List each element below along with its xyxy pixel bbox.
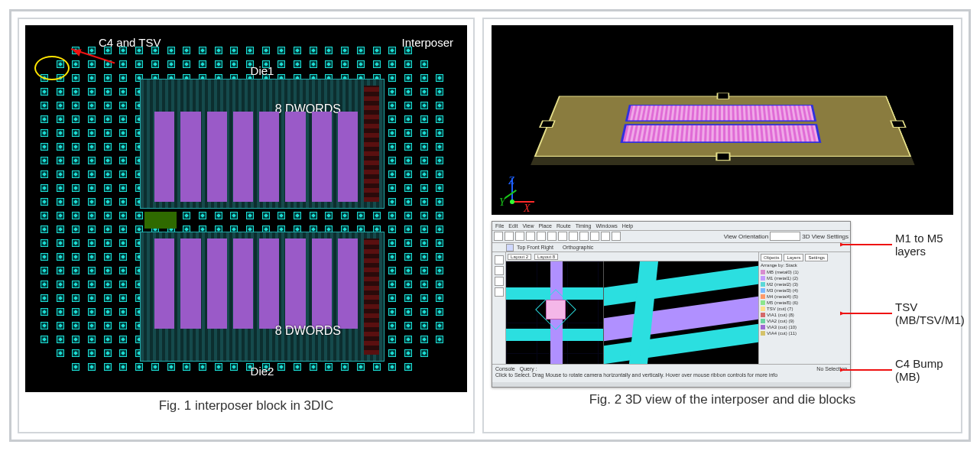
tool-button[interactable]: [495, 287, 504, 297]
toolbar-button[interactable]: [494, 232, 503, 241]
layer-row[interactable]: M2 (metal2) (3): [761, 281, 849, 287]
perspective-toggle[interactable]: [770, 232, 800, 241]
layer-row[interactable]: M1 (metal1) (2): [761, 275, 849, 281]
layer-row[interactable]: VIA2 (cut) (9): [761, 318, 849, 324]
side-tab-objects[interactable]: Objects: [761, 254, 782, 261]
die-gap-block: [144, 212, 177, 229]
layer-name: M5 (metal5) (6): [767, 300, 798, 305]
menu-item[interactable]: Edit: [508, 223, 518, 229]
annotation-tsv-text: TSV (MB/TSV/M1): [895, 300, 965, 326]
figure-container: C4 and TSV Interposer Die1 8 DWORDS 8 DW…: [9, 9, 971, 442]
cube-preset-icon[interactable]: [506, 244, 514, 251]
layer-row[interactable]: MB (metal0) (1): [761, 269, 849, 275]
layer-name: M3 (metal3) (4): [767, 288, 798, 293]
die2-label: Die2: [251, 365, 274, 378]
tool-button[interactable]: [495, 255, 504, 264]
layer-row[interactable]: M4 (metal4) (5): [761, 294, 849, 300]
toolbar-button[interactable]: [569, 232, 578, 241]
toolbar-button[interactable]: [579, 232, 589, 241]
layer-swatch: [761, 300, 765, 305]
figure-2-panel: Z Y X FileEditViewPlaceRouteTimingWindow…: [482, 18, 962, 433]
layer-row[interactable]: M3 (metal3) (4): [761, 287, 849, 294]
toolbar-button[interactable]: [515, 232, 524, 241]
toolbar-button[interactable]: [526, 232, 535, 241]
app-menubar[interactable]: FileEditViewPlaceRouteTimingWindowsHelp: [492, 222, 850, 231]
status-hint: Click to Select. Drag Mouse to rotate ca…: [495, 372, 777, 378]
menu-item[interactable]: File: [495, 223, 504, 229]
menu-item[interactable]: View: [522, 223, 534, 229]
menu-item[interactable]: Route: [557, 223, 571, 229]
layer-swatch: [761, 325, 765, 329]
layer-swatch: [761, 331, 765, 336]
axis-x-label: X: [524, 203, 531, 215]
die1-label: Die1: [251, 64, 274, 77]
arrange-by-label: Arrange by: Stack: [761, 263, 849, 268]
die2-dwords-label: 8 DWORDS: [275, 324, 341, 338]
menu-item[interactable]: Windows: [595, 223, 617, 229]
menu-item[interactable]: Place: [538, 223, 552, 229]
view-orientation-label: View Orientation: [724, 233, 769, 240]
layer-row[interactable]: TSV (cut) (7): [761, 306, 849, 312]
layer-name: M2 (metal2) (3): [767, 282, 798, 287]
viewport-3d[interactable]: [604, 261, 758, 364]
fig2-3d-view: Z Y X: [492, 25, 953, 215]
toolbar-button[interactable]: [558, 232, 567, 241]
annotation-tsv: TSV (MB/TSV/M1): [840, 300, 953, 326]
side-tab-layers[interactable]: Layers: [784, 254, 803, 261]
layer-row[interactable]: M5 (metal5) (6): [761, 300, 849, 306]
interposer-label: Interposer: [402, 36, 454, 49]
toolbar-button[interactable]: [547, 232, 557, 241]
tool-button[interactable]: [495, 266, 504, 275]
fig1-canvas: C4 and TSV Interposer Die1 8 DWORDS 8 DW…: [25, 25, 467, 392]
toolbar-button[interactable]: [590, 232, 599, 241]
layers-panel[interactable]: Objects Layers Settings Arrange by: Stac…: [758, 252, 850, 364]
toolbar-button[interactable]: [612, 232, 621, 241]
layout-tab[interactable]: Layout 8: [534, 254, 558, 260]
viewport-2d[interactable]: [506, 261, 604, 364]
layout-tab[interactable]: Layout 2: [508, 254, 531, 260]
fig1-caption: Fig. 1 interposer block in 3DIC: [25, 392, 467, 414]
layer-swatch: [761, 307, 765, 311]
layer-name: VIA3 (cut) (10): [767, 325, 797, 329]
layer-swatch: [761, 276, 765, 281]
layer-name: TSV (cut) (7): [767, 307, 793, 311]
annotation-c4: C4 Bump (MB): [840, 357, 953, 383]
die2-dwords: [154, 238, 358, 329]
layer-row[interactable]: VIA3 (cut) (10): [761, 324, 849, 330]
toolbar-button[interactable]: [505, 232, 514, 241]
tool-button[interactable]: [495, 277, 504, 286]
layer-row[interactable]: VIA1 (cut) (8): [761, 312, 849, 318]
top-front-right-label[interactable]: Top Front Right: [517, 245, 553, 250]
side-tab-settings[interactable]: Settings: [805, 254, 828, 261]
app-status-bar: Console Query : No Selection Click to Se…: [492, 364, 850, 382]
layer-swatch: [761, 313, 765, 317]
layer-name: VIA4 (cut) (11): [767, 331, 797, 336]
die1-block: Die1 8 DWORDS: [140, 79, 385, 209]
fig2-caption: Fig. 2 3D view of the interposer and die…: [492, 388, 953, 407]
layer-swatch: [761, 270, 765, 274]
axis-z-label: Z: [508, 175, 514, 187]
menu-item[interactable]: Help: [622, 223, 633, 229]
figure-1-panel: C4 and TSV Interposer Die1 8 DWORDS 8 DW…: [18, 18, 475, 433]
toolbar-button[interactable]: [601, 232, 610, 241]
app-left-toolbar[interactable]: [492, 252, 506, 364]
c4-tsv-label: C4 and TSV: [99, 36, 161, 49]
orthographic-label[interactable]: Orthographic: [563, 245, 593, 250]
layout-viewer-app: FileEditViewPlaceRouteTimingWindowsHelp: [492, 221, 851, 388]
console-label[interactable]: Console: [495, 366, 515, 372]
toolbar-button[interactable]: [537, 232, 546, 241]
layer-name: M1 (metal1) (2): [767, 276, 798, 281]
annotation-m1-m5-text: M1 to M5 layers: [895, 232, 953, 258]
app-toolbar[interactable]: View Orientation 3D View Settings: [492, 231, 850, 243]
annotation-m1-m5: M1 to M5 layers: [840, 232, 953, 258]
annotation-c4-text: C4 Bump (MB): [895, 357, 953, 383]
layer-swatch: [761, 294, 765, 299]
layer-name: M4 (metal4) (5): [767, 294, 798, 299]
layer-swatch: [761, 288, 765, 293]
query-label[interactable]: Query :: [520, 366, 537, 372]
menu-item[interactable]: Timing: [576, 223, 592, 229]
layer-name: MB (metal0) (1): [767, 270, 799, 274]
axis-y-label: Y: [499, 196, 505, 209]
view-preset-bar: Top Front Right Orthographic: [492, 243, 850, 252]
layer-row[interactable]: VIA4 (cut) (11): [761, 330, 849, 336]
